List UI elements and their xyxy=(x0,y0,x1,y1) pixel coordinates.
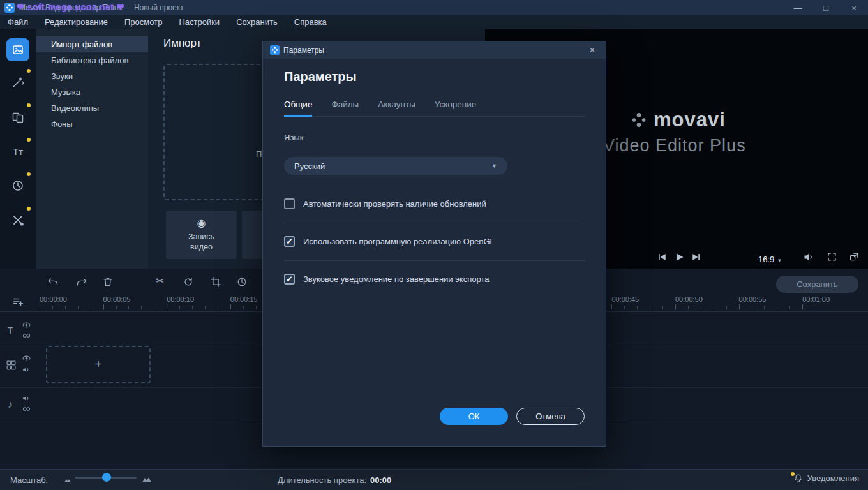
notifications-label: Уведомления xyxy=(807,473,859,483)
minimize-button[interactable]: — xyxy=(784,0,812,15)
tab-files[interactable]: Файлы xyxy=(331,100,359,116)
ruler-tick xyxy=(128,306,129,309)
fullscreen-icon[interactable] xyxy=(827,251,837,262)
ruler-tick xyxy=(739,304,740,309)
menu-save[interactable]: Сохранить xyxy=(236,17,278,27)
ruler-tick xyxy=(141,306,142,309)
detach-player-icon[interactable] xyxy=(849,251,860,262)
skip-forward-icon[interactable] xyxy=(691,251,702,263)
new-badge-dot xyxy=(27,69,31,73)
delete-icon[interactable] xyxy=(102,276,114,288)
ruler-label: 00:00:00 xyxy=(40,295,67,303)
checkbox-export-sound-label: Звуковое уведомление по завершении экспо… xyxy=(303,274,489,284)
separator xyxy=(284,223,585,223)
ruler-tick xyxy=(789,306,790,309)
new-badge-dot xyxy=(27,138,31,142)
transitions-icon[interactable] xyxy=(6,105,29,128)
notifications-button[interactable]: Уведомления xyxy=(793,473,859,483)
checkbox-export-sound[interactable]: ✓ xyxy=(284,274,295,285)
link-icon[interactable] xyxy=(22,405,31,413)
add-track-icon[interactable] xyxy=(11,295,24,308)
eye-icon[interactable] xyxy=(22,354,31,362)
language-dropdown[interactable]: Русский ▼ xyxy=(284,157,507,175)
ruler-tick xyxy=(611,304,612,309)
ruler-tick xyxy=(218,306,218,309)
zoom-slider[interactable] xyxy=(75,477,137,479)
zoom-in-mountain-icon[interactable] xyxy=(142,475,152,483)
record-video-button[interactable]: ◉ Запись видео xyxy=(166,211,237,259)
sidebar-item-music[interactable]: Музыка xyxy=(36,84,148,100)
tab-accounts[interactable]: Аккаунты xyxy=(378,100,415,116)
ruler-tick xyxy=(91,306,91,309)
volume-icon[interactable] xyxy=(803,251,814,263)
split-scissors-icon[interactable]: ✂ xyxy=(156,275,164,287)
new-badge-dot xyxy=(27,172,31,176)
ruler-tick xyxy=(65,306,66,309)
ruler-tick xyxy=(205,306,206,309)
checkbox-opengl[interactable]: ✓ xyxy=(284,236,295,247)
dialog-title: Параметры xyxy=(283,46,324,55)
import-sidebar: Импорт файлов Библиотека файлов Звуки Му… xyxy=(36,29,148,269)
sidebar-item-file-library[interactable]: Библиотека файлов xyxy=(36,52,148,68)
aspect-ratio-dropdown[interactable]: 16:9▼ xyxy=(758,255,782,264)
play-icon[interactable] xyxy=(673,251,685,263)
menu-help[interactable]: Справка xyxy=(294,17,327,27)
tab-general[interactable]: Общие xyxy=(284,100,312,116)
link-icon[interactable] xyxy=(22,332,31,339)
zoom-label: Масштаб: xyxy=(10,475,48,485)
ruler-tick xyxy=(624,306,625,309)
tools-icon[interactable] xyxy=(6,209,29,232)
dialog-close-icon[interactable]: × xyxy=(583,41,602,59)
ruler-tick xyxy=(777,306,777,309)
sidebar-item-backgrounds[interactable]: Фоны xyxy=(36,116,148,132)
add-clip-placeholder[interactable]: + xyxy=(46,346,151,383)
checkbox-row-updates: ✓ Автоматически проверять наличие обновл… xyxy=(284,197,585,210)
titles-icon[interactable]: Тт xyxy=(6,140,29,163)
maximize-button[interactable]: □ xyxy=(812,0,840,15)
titles-track-icon: T xyxy=(8,325,13,336)
timeline-save-button[interactable]: Сохранить xyxy=(776,276,858,293)
zoom-slider-knob[interactable] xyxy=(102,473,111,482)
eye-icon[interactable] xyxy=(22,321,31,329)
sidebar-item-videoclips[interactable]: Видеоклипы xyxy=(36,100,148,116)
new-badge-dot xyxy=(27,103,31,107)
zoom-out-mountain-icon[interactable] xyxy=(64,477,71,483)
cancel-button[interactable]: Отмена xyxy=(516,408,585,425)
scale-clock-icon[interactable] xyxy=(6,174,29,197)
clip-properties-clock-icon[interactable] xyxy=(236,276,248,288)
skip-back-icon[interactable] xyxy=(656,251,668,263)
project-duration: Длительность проекта:00:00 xyxy=(278,475,391,485)
checkbox-updates[interactable]: ✓ xyxy=(284,198,295,209)
speaker-icon[interactable] xyxy=(22,394,31,403)
ruler-tick xyxy=(52,306,53,309)
ruler-tick xyxy=(154,306,154,309)
plus-icon: + xyxy=(94,357,102,372)
chevron-down-icon: ▼ xyxy=(491,163,497,169)
rotate-icon[interactable] xyxy=(183,276,194,288)
ruler-tick xyxy=(243,306,244,309)
ruler-tick xyxy=(179,306,180,309)
redo-icon[interactable] xyxy=(76,276,87,288)
sidebar-item-import-files[interactable]: Импорт файлов xyxy=(36,36,148,52)
ok-button[interactable]: ОК xyxy=(440,408,508,425)
speaker-icon[interactable] xyxy=(22,366,31,374)
language-label: Язык xyxy=(284,133,303,142)
filters-wand-icon[interactable] xyxy=(6,71,29,94)
undo-icon[interactable] xyxy=(47,276,59,288)
separator xyxy=(284,260,585,261)
titlebar: Movavi Видеоредактор Плюс — Новый проект… xyxy=(0,0,868,15)
close-button[interactable]: × xyxy=(840,0,868,15)
menu-file[interactable]: Файл xyxy=(8,17,28,27)
menu-edit[interactable]: Редактирование xyxy=(45,17,108,27)
menu-view[interactable]: Просмотр xyxy=(124,17,162,27)
tab-acceleration[interactable]: Ускорение xyxy=(435,100,477,116)
menu-settings[interactable]: Настройки xyxy=(179,17,220,27)
movavi-dots-icon xyxy=(631,112,647,128)
dialog-titlebar: Параметры × xyxy=(263,41,606,59)
ruler-tick xyxy=(688,306,689,309)
ruler-label: 00:00:45 xyxy=(611,295,639,303)
import-tool-icon[interactable] xyxy=(6,38,29,61)
sidebar-item-sounds[interactable]: Звуки xyxy=(36,68,148,84)
crop-icon[interactable] xyxy=(210,276,221,288)
ruler-label: 00:00:55 xyxy=(739,295,767,303)
